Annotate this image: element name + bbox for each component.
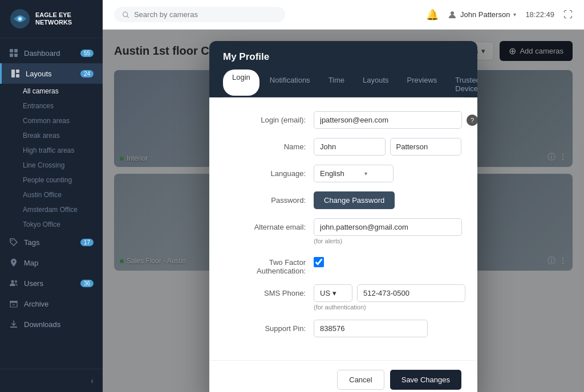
notification-bell-icon[interactable]: 🔔 xyxy=(426,9,439,21)
tab-layouts[interactable]: Layouts xyxy=(355,71,397,97)
support-pin-controls xyxy=(314,320,461,337)
language-chevron-icon: ▾ xyxy=(364,170,367,177)
modal-tabs: Login Notifications Time Layouts Preview… xyxy=(223,71,464,97)
svg-point-10 xyxy=(11,240,13,241)
modal-footer: Cancel Save Changes xyxy=(209,360,477,392)
last-name-field[interactable] xyxy=(390,138,462,156)
form-row-language: Language: English ▾ xyxy=(225,165,461,182)
form-row-alt-email: Alternate email: (for alerts) xyxy=(225,218,461,244)
content-area: Austin 1st floor CF Layout actions ▾ ⊕ A… xyxy=(103,30,584,392)
sms-country-select[interactable]: US ▾ xyxy=(314,284,352,302)
language-label: Language: xyxy=(225,165,314,178)
svg-rect-6 xyxy=(14,54,18,57)
sidebar-item-layouts-label: Layouts xyxy=(26,70,52,78)
sidebar-sub-all-cameras[interactable]: All cameras xyxy=(23,84,103,99)
sidebar-item-layouts[interactable]: Layouts 24 xyxy=(0,63,103,84)
user-name: John Patterson xyxy=(460,10,510,19)
download-icon xyxy=(9,320,18,329)
map-icon xyxy=(9,258,18,267)
sidebar-sub-high-traffic[interactable]: High traffic areas xyxy=(23,143,103,158)
save-changes-button[interactable]: Save Changes xyxy=(390,370,461,390)
two-factor-checkbox-wrapper xyxy=(314,254,461,267)
alt-email-controls: (for alerts) xyxy=(314,218,462,244)
form-row-name: Name: xyxy=(225,138,461,156)
search-input[interactable] xyxy=(134,10,277,19)
form-row-email: Login (email): ? xyxy=(225,111,461,129)
sidebar-sub-break-areas[interactable]: Break areas xyxy=(23,128,103,143)
sidebar-collapse: ‹ xyxy=(0,369,103,392)
sidebar-sub-tokyo-office[interactable]: Tokyo Office xyxy=(23,217,103,232)
language-select[interactable]: English ▾ xyxy=(314,165,394,182)
tab-notifications[interactable]: Notifications xyxy=(262,71,318,97)
first-name-field[interactable] xyxy=(314,138,386,156)
svg-rect-4 xyxy=(14,49,18,52)
fullscreen-icon[interactable]: ⛶ xyxy=(563,10,573,20)
two-factor-label: Two Factor Authentication: xyxy=(225,254,314,275)
collapse-button[interactable]: ‹ xyxy=(91,376,94,385)
archive-icon xyxy=(9,299,18,308)
change-password-button[interactable]: Change Password xyxy=(314,191,395,209)
sms-hint: (for authentication) xyxy=(314,304,465,311)
cancel-button[interactable]: Cancel xyxy=(337,370,384,390)
form-row-sms: SMS Phone: US ▾ (for authentication) xyxy=(225,284,461,311)
name-row xyxy=(314,138,461,156)
email-field[interactable] xyxy=(314,111,462,129)
tab-previews[interactable]: Previews xyxy=(399,71,445,97)
help-icon[interactable]: ? xyxy=(467,115,477,126)
sidebar-sub-amsterdam-office[interactable]: Amsterdam Office xyxy=(23,202,103,217)
grid-icon xyxy=(9,48,18,58)
tab-time[interactable]: Time xyxy=(321,71,352,97)
support-pin-label: Support Pin: xyxy=(225,320,314,333)
users-badge: 36 xyxy=(80,280,94,287)
user-info[interactable]: John Patterson ▾ xyxy=(448,10,516,19)
tags-badge: 17 xyxy=(80,239,94,246)
sidebar-sub-entrances[interactable]: Entrances xyxy=(23,99,103,113)
password-controls: Change Password xyxy=(314,191,461,209)
sidebar-item-map[interactable]: Map xyxy=(0,252,103,273)
time-display: 18:22:49 xyxy=(525,10,554,19)
svg-rect-9 xyxy=(16,74,19,77)
sidebar-item-tags[interactable]: Tags 17 xyxy=(0,232,103,252)
main-content: 🔔 John Patterson ▾ 18:22:49 ⛶ Austin 1st… xyxy=(103,0,584,392)
sidebar-item-map-label: Map xyxy=(24,259,38,267)
tag-icon xyxy=(9,238,18,247)
two-factor-controls xyxy=(314,254,461,267)
language-controls: English ▾ xyxy=(314,165,461,182)
svg-rect-5 xyxy=(10,54,13,57)
sms-phone-field[interactable] xyxy=(357,284,465,302)
topbar: 🔔 John Patterson ▾ 18:22:49 ⛶ xyxy=(103,0,584,30)
topbar-right: 🔔 John Patterson ▾ 18:22:49 ⛶ xyxy=(426,9,573,21)
layout-icon xyxy=(11,69,20,78)
sidebar-logo[interactable]: EAGLE EYE NETWORKS xyxy=(0,0,103,38)
users-icon xyxy=(9,279,18,288)
search-box[interactable] xyxy=(114,7,285,22)
sidebar-sub-people-counting[interactable]: People counting xyxy=(23,173,103,187)
name-controls xyxy=(314,138,461,156)
support-pin-field[interactable] xyxy=(314,320,428,337)
tab-trusted-devices[interactable]: Trusted Devices xyxy=(447,71,477,97)
form-row-password: Password: Change Password xyxy=(225,191,461,209)
svg-point-16 xyxy=(451,11,454,15)
sidebar-item-tags-label: Tags xyxy=(24,238,39,247)
form-row-two-factor: Two Factor Authentication: xyxy=(225,254,461,275)
sms-row: US ▾ xyxy=(314,284,465,302)
sms-country-chevron-icon: ▾ xyxy=(332,289,336,297)
sms-controls: US ▾ (for authentication) xyxy=(314,284,465,311)
sidebar-item-archive[interactable]: Archive xyxy=(0,293,103,314)
sidebar-item-dashboard[interactable]: Dashboard 55 xyxy=(0,43,103,63)
sidebar-item-users[interactable]: Users 36 xyxy=(0,273,103,293)
sidebar-item-downloads[interactable]: Downloads xyxy=(0,314,103,334)
password-label: Password: xyxy=(225,191,314,205)
sidebar-item-archive-label: Archive xyxy=(24,300,48,308)
svg-point-11 xyxy=(11,280,14,283)
alt-email-field[interactable] xyxy=(314,218,462,236)
user-avatar-icon xyxy=(448,10,457,19)
sidebar-sub-austin-office[interactable]: Austin Office xyxy=(23,187,103,202)
sidebar-sub-line-crossing[interactable]: Line Crossing xyxy=(23,158,103,173)
sidebar-item-users-label: Users xyxy=(24,279,43,288)
tab-login[interactable]: Login xyxy=(223,70,259,96)
sidebar-sub-common-areas[interactable]: Common areas xyxy=(23,113,103,128)
modal-title: My Profile xyxy=(223,51,464,63)
eagle-eye-logo-icon xyxy=(9,8,31,30)
two-factor-checkbox[interactable] xyxy=(314,257,324,267)
